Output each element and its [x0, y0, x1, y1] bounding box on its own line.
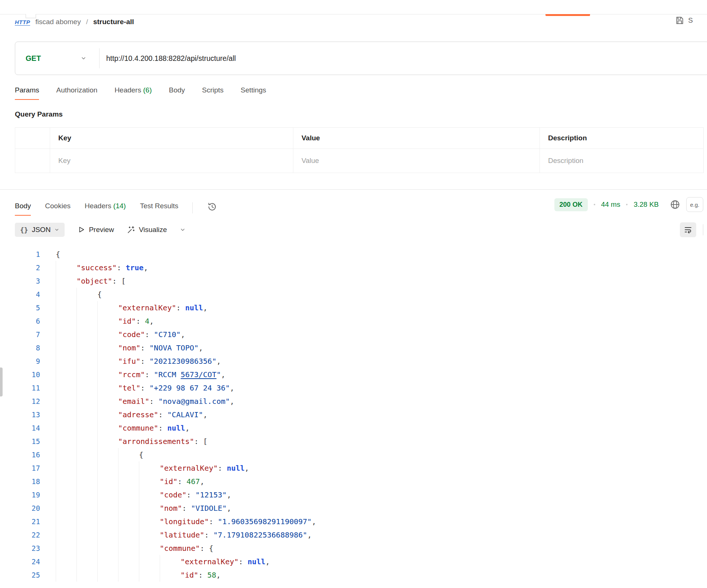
- code-token: "C710": [154, 328, 180, 341]
- code-token: "externalKey": [180, 555, 239, 568]
- indent-guide: [97, 488, 118, 502]
- save-button[interactable]: S: [675, 16, 693, 25]
- response-tab-cookies[interactable]: Cookies: [45, 202, 71, 216]
- indent-guide: [56, 542, 76, 555]
- param-key-input[interactable]: [58, 157, 285, 165]
- code-token: null: [227, 461, 245, 475]
- indent-guide: [118, 528, 139, 542]
- sidebar-drag-handle[interactable]: [0, 368, 3, 396]
- breadcrumb-request-name[interactable]: structure-all: [93, 18, 134, 26]
- column-header-value: Value: [302, 134, 320, 142]
- http-protocol-icon: HTTP: [15, 19, 30, 25]
- indent-guide: [56, 368, 76, 381]
- response-tab-headers[interactable]: Headers (14): [85, 202, 126, 216]
- code-token: :: [145, 368, 154, 381]
- request-tabs: Params Authorization Headers (6) Body Sc…: [15, 86, 707, 100]
- code-token: "NOVA TOPO": [149, 341, 198, 355]
- save-example-button[interactable]: e.g.: [686, 197, 703, 212]
- tab-headers[interactable]: Headers (6): [114, 86, 152, 100]
- code-line: 3"object": [: [0, 274, 707, 288]
- indent-guide: [139, 555, 160, 568]
- code-token: "nom": [118, 341, 140, 355]
- response-body-code[interactable]: 1{2"success": true,3"object": [4{5"exter…: [0, 248, 707, 582]
- indent-guide: [56, 261, 76, 274]
- indent-guide: [118, 448, 139, 461]
- tab-scripts[interactable]: Scripts: [202, 86, 224, 100]
- preview-button[interactable]: Preview: [77, 226, 114, 234]
- code-line: 17"externalKey": null,: [0, 461, 707, 475]
- code-token: "12153": [195, 488, 227, 502]
- response-toolbar-left: {} JSON Preview: [15, 223, 186, 237]
- response-tab-body[interactable]: Body: [15, 202, 31, 216]
- save-icon[interactable]: [675, 16, 684, 25]
- code-token: ,: [312, 515, 316, 528]
- indent-guide: [139, 461, 160, 475]
- toolbar-end-divider: [703, 224, 703, 235]
- chevron-down-icon: [180, 227, 186, 233]
- tab-authorization[interactable]: Authorization: [56, 86, 97, 100]
- indent-guide: [97, 435, 118, 448]
- code-token: :: [149, 395, 158, 408]
- url-input[interactable]: [100, 54, 707, 63]
- code-line: 4{: [0, 288, 707, 301]
- query-params-title: Query Params: [15, 110, 707, 118]
- indent-guide: [97, 301, 118, 314]
- indent-guide: [97, 502, 118, 515]
- code-token: "CALAVI": [167, 408, 203, 421]
- breadcrumb-collection[interactable]: fiscad abomey: [35, 18, 81, 26]
- code-line: 11"tel": "+229 98 67 24 36",: [0, 381, 707, 395]
- code-token: :: [158, 408, 167, 421]
- indent-guide: [97, 448, 118, 461]
- visualize-button[interactable]: Visualize: [127, 225, 167, 234]
- indent-guide: [76, 328, 97, 341]
- code-token: ,: [265, 555, 270, 568]
- code-token: "nova@gmail.com": [158, 395, 230, 408]
- indent-guide: [76, 475, 97, 488]
- indent-guide: [76, 301, 97, 314]
- tab-params[interactable]: Params: [15, 86, 39, 100]
- code-token: "nom": [160, 502, 182, 515]
- param-description-input[interactable]: [548, 157, 695, 165]
- status-badge[interactable]: 200 OK: [554, 198, 588, 211]
- response-tab-test-results[interactable]: Test Results: [140, 202, 178, 216]
- indent-guide: [76, 502, 97, 515]
- code-line: 23"commune": {: [0, 542, 707, 555]
- response-time[interactable]: 44 ms: [601, 200, 620, 209]
- format-label: JSON: [32, 226, 51, 234]
- code-token: ,: [230, 381, 234, 395]
- response-history-button[interactable]: [207, 202, 217, 216]
- globe-icon[interactable]: [670, 199, 680, 210]
- code-token: : [: [112, 274, 126, 288]
- line-number: 13: [0, 408, 40, 421]
- code-token: :: [218, 461, 227, 475]
- code-token: "rccm": [118, 368, 145, 381]
- indent-guide: [118, 542, 139, 555]
- indent-guide: [76, 555, 97, 568]
- code-token: ,: [216, 568, 221, 582]
- indent-guide: [76, 448, 97, 461]
- indent-guide: [97, 355, 118, 368]
- indent-guide: [56, 555, 76, 568]
- code-token: "RCCM: [154, 368, 180, 381]
- wrap-text-button[interactable]: [680, 222, 696, 237]
- indent-guide: [97, 395, 118, 408]
- code-token: :: [140, 381, 149, 395]
- visualize-options-button[interactable]: [180, 227, 186, 233]
- tab-settings[interactable]: Settings: [241, 86, 266, 100]
- indent-guide: [76, 395, 97, 408]
- indent-guide: [56, 515, 76, 528]
- code-line: 12"email": "nova@gmail.com",: [0, 395, 707, 408]
- code-line: 20"nom": "VIDOLE",: [0, 502, 707, 515]
- tab-body[interactable]: Body: [169, 86, 185, 100]
- code-line: 19"code": "12153",: [0, 488, 707, 502]
- method-select[interactable]: GET: [15, 42, 99, 75]
- save-label-partial[interactable]: S: [688, 16, 693, 24]
- code-line: 7"code": "C710",: [0, 328, 707, 341]
- response-size[interactable]: 3.28 KB: [633, 200, 659, 209]
- indent-guide: [56, 314, 76, 328]
- indent-guide: [118, 515, 139, 528]
- code-token: : {: [200, 542, 213, 555]
- format-dropdown[interactable]: {} JSON: [15, 223, 65, 237]
- code-token: :: [198, 568, 207, 582]
- param-value-input[interactable]: [302, 157, 531, 165]
